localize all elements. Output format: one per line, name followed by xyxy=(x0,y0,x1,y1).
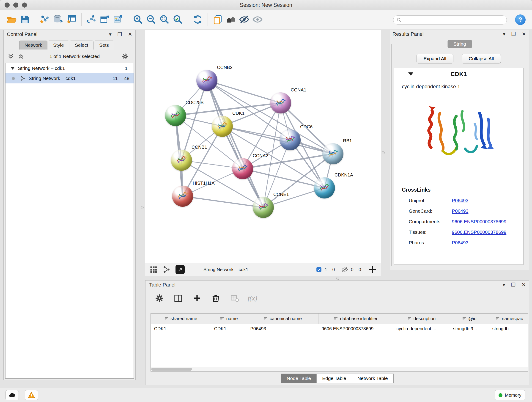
table-cell[interactable]: P06493 xyxy=(247,324,318,334)
warnings-button[interactable] xyxy=(25,390,38,400)
panel-float-icon[interactable]: ❒ xyxy=(511,282,516,287)
tab-style[interactable]: Style xyxy=(48,41,69,50)
tab-network[interactable]: Network xyxy=(19,41,47,50)
network-tree-child-row[interactable]: String Network – cdk1 11 48 xyxy=(6,73,133,83)
network-node-cdkn1a[interactable] xyxy=(314,177,335,198)
panel-close-icon[interactable]: ✕ xyxy=(522,32,526,37)
network-edge[interactable] xyxy=(183,196,263,207)
import-table-button[interactable] xyxy=(65,13,78,26)
panel-float-icon[interactable]: ❒ xyxy=(118,32,122,37)
network-node-cdk1[interactable] xyxy=(212,116,233,137)
network-node-hist1h1a[interactable] xyxy=(172,186,193,207)
collapse-all-icon[interactable] xyxy=(7,53,14,60)
save-session-button[interactable] xyxy=(18,13,32,26)
table-cell[interactable]: CDK1 xyxy=(211,324,247,334)
network-node-ccne1[interactable] xyxy=(253,197,274,218)
table-row[interactable]: CDK1CDK1P064939606.ENSP00000378699cyclin… xyxy=(151,324,528,334)
selected-checkbox-icon[interactable] xyxy=(316,267,322,273)
network-node-ccnb1[interactable] xyxy=(171,150,192,171)
import-network-database-button[interactable] xyxy=(51,13,65,26)
delete-column-button[interactable] xyxy=(210,293,222,304)
tree-expand-icon[interactable] xyxy=(11,67,15,70)
network-edge[interactable] xyxy=(207,80,281,103)
export-image-button[interactable] xyxy=(111,13,125,26)
network-canvas[interactable]: CCNB2CCNA1CDC25BCDK1CDC6RB1CCNB1CCNA2CDK… xyxy=(145,30,381,263)
refresh-button[interactable] xyxy=(191,13,204,26)
panel-menu-icon[interactable]: ▾ xyxy=(109,32,112,37)
network-node-ccnb2[interactable] xyxy=(196,70,217,91)
zoom-fit-button[interactable] xyxy=(158,13,171,26)
panel-menu-icon[interactable]: ▾ xyxy=(503,32,505,37)
table-cell[interactable]: cyclin-dependent ... xyxy=(393,324,450,334)
zoom-in-button[interactable] xyxy=(131,13,145,26)
cloud-status-button[interactable] xyxy=(6,390,19,400)
section-collapse-icon[interactable] xyxy=(408,72,413,76)
help-button[interactable]: ? xyxy=(515,14,526,25)
panel-menu-icon[interactable]: ▾ xyxy=(503,282,505,287)
network-node-cdc6[interactable] xyxy=(279,129,301,150)
panel-close-icon[interactable]: ✕ xyxy=(128,32,132,37)
crosslink-value-link[interactable]: P06493 xyxy=(452,208,468,214)
hidden-eye-slash-icon[interactable] xyxy=(341,266,348,273)
open-in-window-button[interactable] xyxy=(176,265,185,274)
table-settings-button[interactable] xyxy=(154,293,165,304)
crosslink-value-link[interactable]: 9606.ENSP00000378699 xyxy=(452,219,506,224)
panel-close-icon[interactable]: ✕ xyxy=(522,282,526,287)
expand-all-icon[interactable] xyxy=(17,53,24,60)
results-tab-string[interactable]: String xyxy=(447,40,472,48)
network-edge[interactable] xyxy=(207,80,263,207)
search-box[interactable] xyxy=(393,15,507,25)
tab-edge-table[interactable]: Edge Table xyxy=(317,374,352,383)
collapse-all-button[interactable]: Collapse All xyxy=(462,54,501,64)
table-cell[interactable]: CDK1 xyxy=(151,324,211,334)
expand-all-button[interactable]: Expand All xyxy=(417,54,453,64)
tab-node-table[interactable]: Node Table xyxy=(281,374,317,383)
share-network-icon[interactable] xyxy=(163,266,171,274)
move-crosshair-icon[interactable] xyxy=(368,265,377,274)
column-header-database-identifier[interactable]: database identifier xyxy=(318,313,393,324)
table-cell[interactable]: stringdb:9... xyxy=(450,324,489,334)
home-neighbors-button[interactable] xyxy=(224,13,238,26)
column-header-name[interactable]: name xyxy=(211,313,247,324)
gene-section-header[interactable]: CDK1 xyxy=(394,68,523,80)
column-header-canonical-name[interactable]: canonical name xyxy=(247,313,318,324)
left-splitter-handle[interactable] xyxy=(141,206,144,209)
column-header--id[interactable]: @id xyxy=(450,313,489,324)
show-columns-button[interactable] xyxy=(172,293,184,304)
duplicate-network-button[interactable] xyxy=(211,13,224,26)
crosslink-value-link[interactable]: P06493 xyxy=(452,240,468,245)
show-all-button[interactable] xyxy=(251,13,264,26)
network-node-ccna1[interactable] xyxy=(270,92,291,114)
table-cell[interactable]: 9606.ENSP00000378699 xyxy=(318,324,393,334)
crosslink-value-link[interactable]: P06493 xyxy=(452,198,468,203)
new-network-button[interactable] xyxy=(85,13,98,26)
gear-icon[interactable] xyxy=(122,53,128,60)
column-header-shared-name[interactable]: shared name xyxy=(151,313,211,324)
table-cell[interactable]: stringdb xyxy=(489,324,528,334)
memory-button[interactable]: Memory xyxy=(495,390,525,400)
add-column-button[interactable] xyxy=(191,293,203,304)
open-session-button[interactable] xyxy=(5,13,18,26)
bottom-splitter-handle[interactable] xyxy=(336,277,339,280)
export-table-button[interactable] xyxy=(98,13,111,26)
tab-select[interactable]: Select xyxy=(70,41,94,50)
zoom-selected-button[interactable] xyxy=(171,13,184,26)
column-header-description[interactable]: description xyxy=(393,313,450,324)
column-header-namespac[interactable]: namespac xyxy=(489,313,528,324)
network-node-ccna2[interactable] xyxy=(232,158,253,179)
scrollbar-thumb[interactable] xyxy=(151,368,192,370)
hide-selected-button[interactable] xyxy=(238,13,251,26)
network-node-rb1[interactable] xyxy=(322,143,343,164)
tab-sets[interactable]: Sets xyxy=(94,41,114,50)
zoom-out-button[interactable] xyxy=(145,13,158,26)
panel-float-icon[interactable]: ❒ xyxy=(511,32,516,37)
birdseye-grid-icon[interactable] xyxy=(149,265,158,274)
network-node-cdc25b[interactable] xyxy=(165,105,186,126)
network-tree-root-row[interactable]: String Network – cdk1 1 xyxy=(6,63,133,73)
right-splitter-handle[interactable] xyxy=(382,151,385,154)
search-input[interactable] xyxy=(404,17,507,23)
crosslink-value-link[interactable]: 9606.ENSP00000378699 xyxy=(452,230,506,235)
horizontal-scrollbar[interactable] xyxy=(151,367,528,371)
tab-network-table[interactable]: Network Table xyxy=(352,374,394,383)
import-network-file-button[interactable] xyxy=(38,13,51,26)
